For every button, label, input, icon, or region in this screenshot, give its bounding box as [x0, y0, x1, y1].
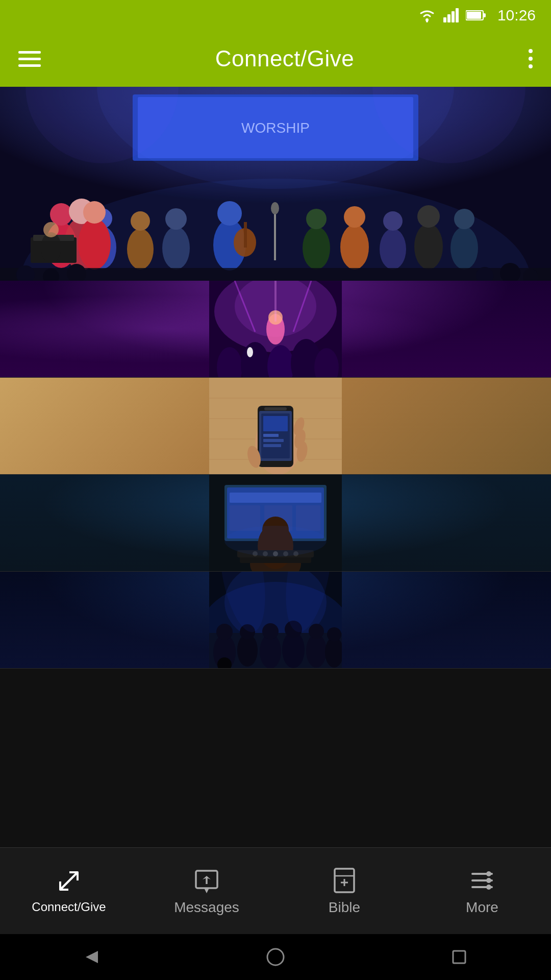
- nav-item-bible[interactable]: Bible: [276, 867, 413, 916]
- svg-point-116: [262, 623, 279, 640]
- thumbnail-location: [0, 281, 551, 377]
- menu-item-livestream[interactable]: Online Livestream: [0, 572, 551, 669]
- android-home-button[interactable]: [260, 942, 291, 972]
- svg-point-19: [131, 211, 150, 231]
- svg-point-45: [83, 201, 106, 224]
- more-icon: [468, 867, 496, 894]
- nav-item-connect[interactable]: Connect/Give: [0, 867, 138, 915]
- hero-image: WORSHIP: [0, 87, 551, 281]
- svg-rect-84: [263, 444, 281, 447]
- header-title: Connect/Give: [215, 46, 355, 71]
- svg-rect-25: [244, 222, 247, 248]
- svg-point-34: [380, 229, 406, 270]
- android-recents-button[interactable]: [444, 942, 474, 972]
- messages-icon: [193, 867, 220, 894]
- bible-icon: [331, 867, 358, 894]
- svg-line-126: [60, 872, 78, 890]
- android-back-button[interactable]: [77, 942, 107, 972]
- svg-point-39: [454, 209, 474, 229]
- svg-rect-6: [467, 12, 481, 19]
- svg-rect-143: [453, 951, 465, 963]
- svg-rect-7: [483, 13, 486, 17]
- svg-rect-81: [263, 416, 288, 431]
- thumbnail-livestream: [0, 572, 551, 668]
- svg-rect-28: [274, 209, 276, 260]
- svg-point-20: [162, 227, 190, 270]
- thumbnail-reservation: [0, 378, 551, 474]
- nav-label-messages: Messages: [174, 899, 239, 916]
- nav-item-messages[interactable]: Messages: [138, 867, 276, 916]
- status-icons: 10:26: [418, 7, 536, 24]
- svg-rect-82: [263, 434, 279, 437]
- menu-item-give[interactable]: Give: [0, 475, 551, 572]
- app-header: Connect/Give: [0, 31, 551, 87]
- svg-point-44: [78, 218, 111, 270]
- menu-item-reservation[interactable]: Reservation for Services: [0, 378, 551, 475]
- svg-point-35: [383, 211, 403, 231]
- more-options-button[interactable]: [529, 49, 533, 68]
- nav-item-more[interactable]: More: [413, 867, 551, 916]
- battery-icon: [466, 9, 486, 21]
- svg-point-32: [340, 225, 369, 270]
- bottom-navigation: Connect/Give Messages Bible: [0, 847, 551, 934]
- svg-point-29: [271, 202, 279, 214]
- status-bar: 10:26: [0, 0, 551, 31]
- menu-item-location[interactable]: Location and Service Times: [0, 281, 551, 378]
- svg-rect-92: [230, 493, 321, 503]
- svg-point-69: [247, 347, 253, 357]
- nav-label-bible: Bible: [329, 899, 360, 916]
- svg-rect-95: [296, 505, 320, 531]
- svg-point-139: [486, 878, 491, 883]
- svg-point-38: [450, 227, 478, 270]
- hamburger-menu-button[interactable]: [18, 51, 41, 67]
- nav-label-connect: Connect/Give: [32, 900, 106, 915]
- svg-point-0: [425, 18, 429, 21]
- svg-rect-79: [264, 407, 287, 410]
- svg-marker-128: [204, 888, 209, 893]
- nav-label-more: More: [466, 899, 498, 916]
- svg-point-15: [50, 203, 72, 226]
- svg-point-23: [217, 201, 242, 226]
- svg-rect-3: [452, 11, 455, 22]
- svg-point-140: [486, 885, 491, 890]
- android-nav-bar: [0, 934, 551, 980]
- svg-point-120: [309, 624, 324, 639]
- svg-point-31: [306, 209, 327, 229]
- wifi-icon: [418, 8, 436, 22]
- svg-point-142: [267, 949, 284, 965]
- svg-marker-141: [86, 951, 98, 963]
- signal-icon: [443, 8, 459, 22]
- svg-point-43: [43, 222, 59, 237]
- svg-point-112: [216, 624, 233, 640]
- svg-point-37: [417, 205, 440, 228]
- thumbnail-give: [0, 475, 551, 571]
- svg-point-30: [303, 227, 330, 270]
- svg-rect-4: [456, 8, 459, 22]
- svg-point-36: [414, 224, 443, 270]
- svg-point-106: [224, 526, 327, 556]
- svg-rect-2: [447, 14, 450, 22]
- svg-point-21: [165, 208, 187, 230]
- svg-point-18: [127, 229, 154, 270]
- svg-rect-83: [263, 439, 284, 442]
- svg-point-122: [327, 627, 341, 642]
- status-time: 10:26: [497, 7, 536, 24]
- connect-icon: [55, 867, 83, 895]
- svg-rect-1: [443, 17, 446, 22]
- svg-point-138: [486, 871, 491, 876]
- svg-point-33: [344, 206, 365, 228]
